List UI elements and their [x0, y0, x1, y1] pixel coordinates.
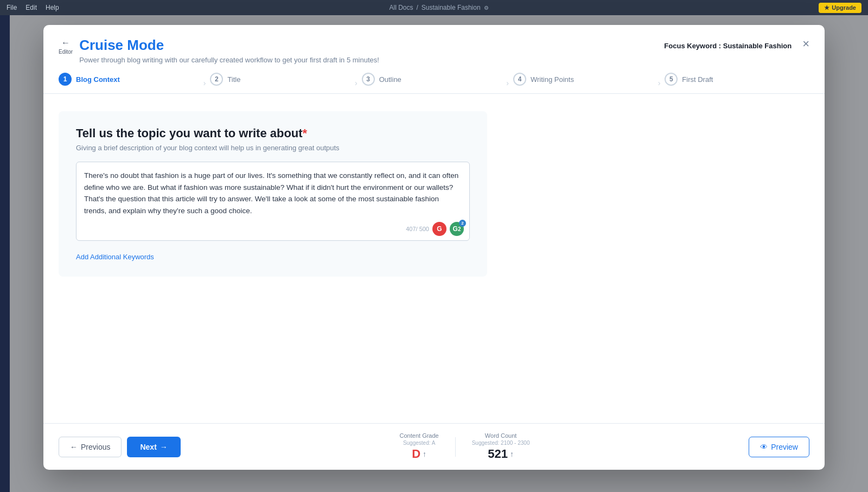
- step-3-label: Outline: [379, 75, 401, 84]
- topic-textarea-wrapper: There's no doubt that fashion is a huge …: [76, 162, 470, 241]
- modal-subtitle: Power through blog writing with our care…: [79, 56, 379, 64]
- step-blog-context[interactable]: 1 Blog Context: [59, 73, 203, 93]
- grade-letter: D: [412, 447, 420, 461]
- preview-eye-icon: 👁: [760, 443, 768, 451]
- modal-footer: ← Previous Next → Content Grade Suggeste…: [43, 423, 825, 470]
- modal-title-area: ← Editor Cruise Mode Power through blog …: [59, 37, 379, 64]
- top-bar-actions: ★ Upgrade: [819, 3, 861, 13]
- content-grade-label: Content Grade: [400, 432, 439, 439]
- upgrade-star-icon: ★: [824, 4, 829, 11]
- focus-keyword-label: Focus Keyword :: [664, 42, 721, 50]
- upgrade-label: Upgrade: [832, 4, 856, 11]
- step-4-label: Writing Points: [531, 75, 574, 84]
- required-star: *: [303, 126, 308, 140]
- badge-count: 2: [459, 220, 466, 227]
- menu-help[interactable]: Help: [46, 4, 59, 11]
- step-arrow-4: ›: [658, 79, 661, 87]
- textarea-footer: 407/ 500 G G2 2: [406, 222, 464, 236]
- step-arrow-2: ›: [355, 79, 358, 87]
- next-button[interactable]: Next →: [127, 437, 180, 457]
- step-arrow-3: ›: [506, 79, 509, 87]
- step-4-number: 4: [513, 73, 526, 86]
- next-arrow-icon: →: [160, 443, 168, 451]
- footer-divider: [455, 437, 456, 457]
- content-grade-metric: Content Grade Suggested: A D ↑: [400, 432, 439, 461]
- step-title[interactable]: 2 Title: [210, 73, 355, 93]
- step-2-number: 2: [210, 73, 223, 86]
- topic-title: Tell us the topic you want to write abou…: [76, 126, 470, 140]
- word-count-value: 521 ↑: [488, 447, 514, 461]
- top-bar: File Edit Help All Docs / Sustainable Fa…: [0, 0, 868, 15]
- focus-keyword-value: Sustainable Fashion: [723, 42, 792, 50]
- next-label: Next: [140, 443, 156, 451]
- step-5-label: First Draft: [682, 75, 713, 84]
- word-count-number: 521: [488, 447, 508, 461]
- back-arrow-icon: ←: [61, 38, 70, 48]
- step-3-number: 3: [362, 73, 375, 86]
- step-5-number: 5: [665, 73, 678, 86]
- modal-title-text: Cruise Mode Power through blog writing w…: [79, 37, 379, 64]
- upgrade-button[interactable]: ★ Upgrade: [819, 3, 861, 13]
- top-bar-menu: File Edit Help: [7, 4, 59, 11]
- prev-arrow-icon: ←: [70, 443, 78, 451]
- step-2-label: Title: [227, 75, 240, 84]
- content-grade-suggested: Suggested: A: [403, 440, 436, 446]
- step-first-draft[interactable]: 5 First Draft: [665, 73, 809, 93]
- grade-up-icon: ↑: [423, 450, 426, 458]
- step-1-number: 1: [59, 73, 72, 86]
- menu-edit[interactable]: Edit: [25, 4, 37, 11]
- modal-overlay: ← Editor Cruise Mode Power through blog …: [0, 15, 868, 492]
- step-1-label: Blog Context: [76, 75, 120, 84]
- previous-button[interactable]: ← Previous: [59, 437, 122, 457]
- word-count-label: Word Count: [485, 432, 517, 439]
- steps-bar: 1 Blog Context › 2 Title › 3 Outline › 4…: [43, 64, 825, 94]
- preview-button[interactable]: 👁 Preview: [749, 437, 809, 457]
- breadcrumb-all-docs[interactable]: All Docs: [389, 4, 413, 11]
- footer-metrics: Content Grade Suggested: A D ↑ Word Coun…: [400, 432, 530, 461]
- word-count-metric: Word Count Suggested: 2100 - 2300 521 ↑: [472, 432, 530, 461]
- content-area: Tell us the topic you want to write abou…: [59, 111, 487, 277]
- grammar-check-icon: G2 2: [450, 222, 464, 236]
- close-button[interactable]: ×: [802, 38, 809, 50]
- footer-nav-buttons: ← Previous Next →: [59, 437, 181, 457]
- menu-file[interactable]: File: [7, 4, 17, 11]
- modal-header: ← Editor Cruise Mode Power through blog …: [43, 25, 825, 64]
- back-to-editor-button[interactable]: ← Editor: [59, 38, 73, 55]
- word-count-up-icon: ↑: [510, 450, 514, 458]
- topic-textarea[interactable]: There's no doubt that fashion is a huge …: [84, 170, 462, 219]
- breadcrumb-separator: /: [417, 4, 418, 11]
- modal-body: Tell us the topic you want to write abou…: [43, 94, 825, 423]
- word-count-suggested: Suggested: 2100 - 2300: [472, 440, 530, 446]
- step-outline[interactable]: 3 Outline: [362, 73, 507, 93]
- cruise-mode-modal: ← Editor Cruise Mode Power through blog …: [43, 25, 825, 470]
- breadcrumb: All Docs / Sustainable Fashion ⚙: [389, 4, 488, 11]
- back-label: Editor: [59, 49, 73, 55]
- grammarly-icon: G: [432, 222, 446, 236]
- content-grade-value: D ↑: [412, 447, 426, 461]
- char-count: 407/ 500: [406, 226, 429, 232]
- preview-label: Preview: [771, 443, 798, 451]
- breadcrumb-current: Sustainable Fashion: [422, 4, 481, 11]
- modal-title: Cruise Mode: [79, 37, 379, 54]
- step-writing-points[interactable]: 4 Writing Points: [513, 73, 658, 93]
- add-keywords-link[interactable]: Add Additional Keywords: [76, 253, 154, 261]
- prev-label: Previous: [81, 443, 110, 451]
- topic-subtitle: Giving a brief description of your blog …: [76, 144, 470, 152]
- step-arrow-1: ›: [203, 79, 206, 87]
- breadcrumb-icon: ⚙: [484, 5, 489, 11]
- focus-keyword-area: Focus Keyword : Sustainable Fashion: [664, 42, 792, 50]
